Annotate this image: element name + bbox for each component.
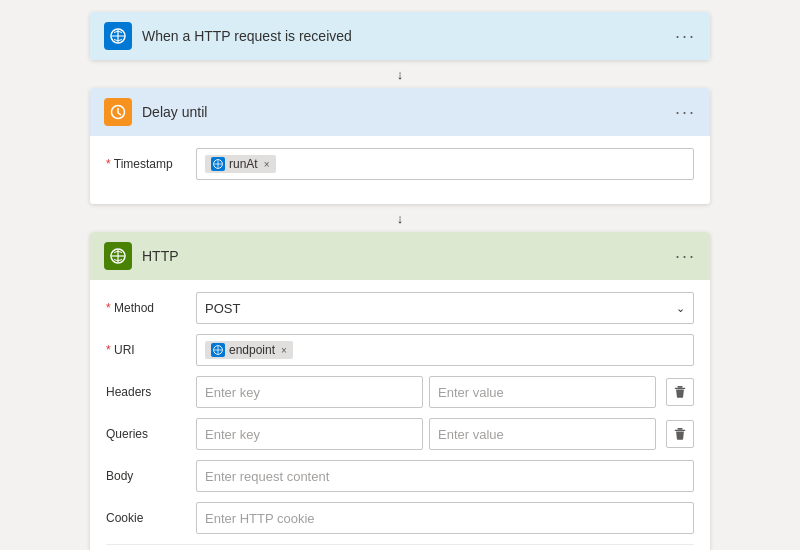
field-label-cookie: Cookie: [106, 511, 186, 525]
field-row-uri: URI endpoint ×: [106, 334, 694, 366]
queries-key-input[interactable]: [196, 418, 423, 450]
flow-container: When a HTTP request is received ··· ↓ De…: [90, 12, 710, 550]
field-label-body: Body: [106, 469, 186, 483]
cookie-input[interactable]: [196, 502, 694, 534]
tag-input-timestamp[interactable]: runAt ×: [196, 148, 694, 180]
field-row-queries: Queries: [106, 418, 694, 450]
step-card-delay: Delay until ··· Timestamp runA: [90, 88, 710, 204]
tag-icon-runAt: [211, 157, 225, 171]
method-value: POST: [205, 301, 240, 316]
field-row-timestamp: Timestamp runAt ×: [106, 148, 694, 180]
step-card-http-request: When a HTTP request is received ···: [90, 12, 710, 60]
headers-value-input[interactable]: [429, 376, 656, 408]
step-card-http: HTTP ··· Method POST ⌄ URI: [90, 232, 710, 550]
field-row-method: Method POST ⌄: [106, 292, 694, 324]
delay-icon: [104, 98, 132, 126]
arrow-2: ↓: [397, 204, 404, 232]
step-body-http: Method POST ⌄ URI: [90, 280, 710, 550]
tag-icon-endpoint: [211, 343, 225, 357]
field-label-headers: Headers: [106, 385, 186, 399]
queries-delete-btn[interactable]: [666, 420, 694, 448]
svg-rect-17: [677, 428, 682, 430]
queries-inputs: [196, 418, 656, 450]
step-title-http: HTTP: [142, 248, 665, 264]
step-title-delay: Delay until: [142, 104, 665, 120]
tag-endpoint: endpoint ×: [205, 341, 293, 359]
tag-label-endpoint: endpoint: [229, 343, 275, 357]
tag-label-runAt: runAt: [229, 157, 258, 171]
svg-rect-18: [675, 430, 686, 431]
step-header-http-request[interactable]: When a HTTP request is received ···: [90, 12, 710, 60]
field-label-timestamp: Timestamp: [106, 157, 186, 171]
field-label-method: Method: [106, 301, 186, 315]
tag-close-runAt[interactable]: ×: [264, 159, 270, 170]
field-row-body: Body: [106, 460, 694, 492]
headers-key-input[interactable]: [196, 376, 423, 408]
tag-runAt: runAt ×: [205, 155, 276, 173]
field-row-cookie: Cookie: [106, 502, 694, 534]
method-chevron-icon: ⌄: [676, 302, 685, 315]
body-input[interactable]: [196, 460, 694, 492]
tag-input-uri[interactable]: endpoint ×: [196, 334, 694, 366]
svg-line-5: [118, 113, 121, 115]
svg-rect-16: [675, 388, 686, 389]
headers-inputs: [196, 376, 656, 408]
method-select[interactable]: POST ⌄: [196, 292, 694, 324]
step-body-delay: Timestamp runAt ×: [90, 136, 710, 204]
step-title-http-request: When a HTTP request is received: [142, 28, 665, 44]
queries-value-input[interactable]: [429, 418, 656, 450]
svg-rect-15: [677, 386, 682, 388]
step-more-delay[interactable]: ···: [675, 103, 696, 121]
step-header-delay[interactable]: Delay until ···: [90, 88, 710, 136]
step-more-http-request[interactable]: ···: [675, 27, 696, 45]
http-request-icon: [104, 22, 132, 50]
add-param-row[interactable]: Add new parameter ⌄: [106, 544, 694, 550]
field-label-queries: Queries: [106, 427, 186, 441]
field-row-headers: Headers: [106, 376, 694, 408]
tag-close-endpoint[interactable]: ×: [281, 345, 287, 356]
arrow-1: ↓: [397, 60, 404, 88]
step-header-http[interactable]: HTTP ···: [90, 232, 710, 280]
step-more-http[interactable]: ···: [675, 247, 696, 265]
field-label-uri: URI: [106, 343, 186, 357]
headers-delete-btn[interactable]: [666, 378, 694, 406]
http-icon: [104, 242, 132, 270]
